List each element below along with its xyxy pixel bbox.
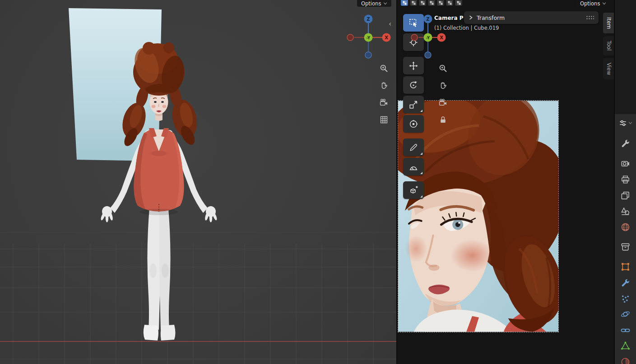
gizmo-axis-neg-y[interactable]: -Y: [424, 33, 432, 42]
collection-box-icon: [620, 242, 631, 252]
camera-view-icon[interactable]: [437, 97, 449, 108]
properties-tab-material[interactable]: [620, 357, 631, 364]
world-globe-icon: [620, 222, 631, 232]
viewport-nav-icons: [437, 62, 449, 125]
grid-ortho-icon[interactable]: [378, 114, 390, 125]
panel-drag-handle-icon[interactable]: [586, 15, 594, 20]
properties-tab-constraints[interactable]: [620, 325, 631, 336]
images-stack-icon: [620, 190, 631, 201]
properties-tab-output[interactable]: [620, 175, 631, 185]
header-mode-icon-6[interactable]: [446, 0, 453, 6]
gizmo-axis-neg-z[interactable]: [365, 52, 371, 58]
collection-breadcrumb: (1) Collection | Cube.019: [434, 25, 499, 31]
camera-view-icon[interactable]: [378, 97, 390, 108]
tool-add-cube[interactable]: [403, 181, 424, 199]
viewport-nav-icons: [378, 62, 390, 125]
zoom-icon[interactable]: [378, 62, 390, 74]
properties-icon: [618, 119, 627, 128]
svg-text:Z: Z: [426, 17, 429, 22]
svg-text:Z: Z: [367, 17, 370, 22]
header-mode-icon-7[interactable]: [455, 0, 462, 6]
chevron-down-icon: [602, 2, 606, 5]
properties-tab-particles[interactable]: [620, 294, 631, 304]
zoom-icon[interactable]: [437, 62, 449, 74]
measure-icon: [409, 162, 418, 172]
properties-tab-object-data[interactable]: [620, 341, 631, 351]
header-mode-icon-1[interactable]: [401, 0, 408, 6]
properties-tab-scene[interactable]: [620, 206, 631, 217]
navigation-gizmo[interactable]: Z X -Y: [345, 11, 391, 63]
properties-tab-modifiers[interactable]: [620, 278, 631, 288]
scene-3d-view[interactable]: [0, 0, 396, 364]
add-cube-icon: [409, 185, 418, 195]
chevron-down-icon: [383, 2, 387, 5]
viewport-3d-left[interactable]: Options ‹ Z X -Y: [0, 0, 396, 364]
constraint-links-icon: [620, 325, 631, 336]
header-mode-icon-2[interactable]: [410, 0, 417, 6]
tab-view[interactable]: View: [603, 58, 614, 79]
properties-tab-physics[interactable]: [620, 309, 631, 319]
tool-measure[interactable]: [403, 158, 424, 175]
transform-panel-header[interactable]: Transform: [464, 11, 599, 24]
move-icon: [409, 61, 418, 71]
viewport-3d-camera[interactable]: Options: [397, 0, 615, 364]
svg-text:X: X: [440, 35, 443, 40]
properties-tab-object[interactable]: [620, 262, 631, 272]
particles-icon: [620, 294, 631, 304]
gizmo-axis-z[interactable]: Z: [424, 15, 432, 23]
tool-transform[interactable]: [403, 115, 424, 133]
transform-panel-title: Transform: [477, 14, 505, 21]
annotate-icon: [409, 143, 418, 152]
gizmo-axis-neg-z[interactable]: [425, 52, 431, 58]
properties-tab-render[interactable]: [620, 158, 631, 169]
gizmo-axis-x[interactable]: X: [437, 33, 446, 42]
header-mode-icon-5[interactable]: [437, 0, 444, 6]
lock-icon[interactable]: [437, 114, 449, 125]
properties-editor-rail: [615, 0, 636, 364]
options-label: Options: [361, 0, 381, 7]
material-sphere-icon: [620, 357, 631, 364]
gizmo-axis-neg-x[interactable]: [347, 34, 353, 41]
scene-icon: [620, 206, 631, 217]
svg-text:X: X: [385, 35, 388, 40]
mesh-data-triangle-icon: [620, 341, 631, 351]
header-mode-icon-3[interactable]: [419, 0, 426, 6]
properties-editor-type-button[interactable]: [618, 119, 632, 128]
properties-tab-view-layer[interactable]: [620, 190, 631, 201]
physics-orbit-icon: [620, 309, 631, 319]
viewport-header-icons: [401, 0, 462, 6]
properties-tab-world[interactable]: [620, 222, 631, 232]
chevron-down-icon: [628, 122, 632, 124]
scale-icon: [409, 100, 418, 110]
blender-window: Options ‹ Z X -Y: [0, 0, 636, 364]
panel-expand-icon: [469, 15, 473, 20]
gizmo-axis-x[interactable]: X: [382, 33, 391, 42]
options-button[interactable]: Options: [576, 0, 610, 7]
tool-scale[interactable]: [403, 96, 424, 113]
options-button[interactable]: Options: [357, 0, 391, 7]
modifier-wrench-icon: [620, 278, 631, 288]
properties-tab-tool[interactable]: [620, 138, 631, 149]
gizmo-axis-neg-y[interactable]: -Y: [364, 33, 373, 42]
tab-item[interactable]: Item: [603, 13, 614, 33]
floor-grid: [0, 232, 396, 364]
printer-icon: [620, 175, 631, 185]
tool-rotate[interactable]: [403, 76, 424, 94]
object-square-icon: [620, 262, 631, 272]
svg-text:-Y: -Y: [426, 36, 430, 40]
wrench-screwdriver-icon: [620, 138, 631, 149]
transform-icon: [409, 119, 418, 129]
pan-hand-icon[interactable]: [437, 79, 449, 91]
rail-top-spacer: [615, 0, 636, 114]
tool-annotate[interactable]: [403, 138, 424, 156]
pan-hand-icon[interactable]: [378, 79, 390, 91]
svg-text:-Y: -Y: [367, 36, 371, 40]
properties-tab-collection[interactable]: [620, 242, 631, 252]
gizmo-axis-neg-x[interactable]: [411, 34, 418, 41]
render-camera-icon: [620, 158, 631, 169]
view-name-label: Camera P: [434, 15, 464, 21]
tab-tool[interactable]: Tool: [603, 36, 614, 55]
options-label: Options: [580, 0, 600, 7]
header-mode-icon-4[interactable]: [428, 0, 435, 6]
gizmo-axis-z[interactable]: Z: [364, 15, 373, 23]
